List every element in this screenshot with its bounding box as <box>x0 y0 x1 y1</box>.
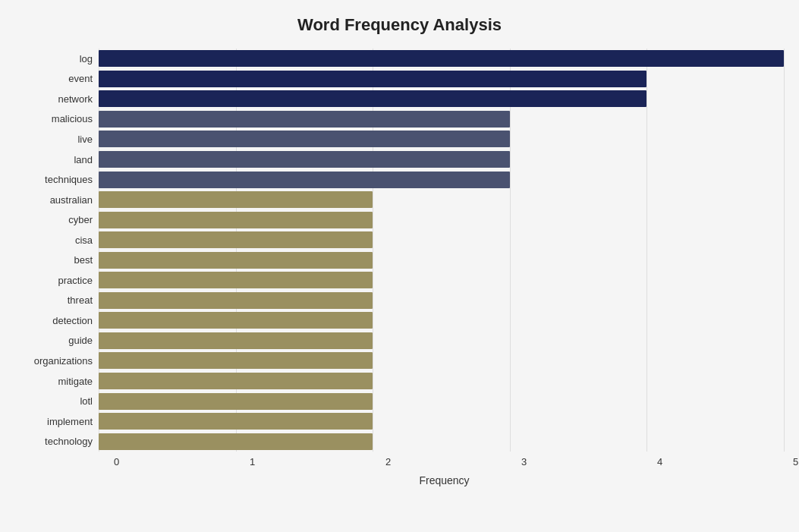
x-tick: 0 <box>114 456 119 467</box>
chart-area: logeventnetworkmaliciouslivelandtechniqu… <box>15 49 784 486</box>
bar-row <box>99 190 784 210</box>
y-label: cyber <box>68 215 93 225</box>
y-label: detection <box>52 316 93 326</box>
bar-row <box>99 129 784 150</box>
bar <box>99 172 510 188</box>
y-label: best <box>74 255 93 265</box>
bar-row <box>99 209 784 230</box>
y-label: implement <box>47 417 93 427</box>
bar <box>99 413 373 430</box>
bar <box>99 212 373 228</box>
bar <box>99 90 646 107</box>
y-label: practice <box>58 275 93 285</box>
bar-row <box>99 351 784 371</box>
bar-row <box>99 89 784 109</box>
y-label: log <box>80 54 93 64</box>
bar-row <box>99 49 784 69</box>
bar-row <box>99 230 784 250</box>
bar-row <box>99 431 784 452</box>
bar-row <box>99 109 784 130</box>
grid-line <box>784 49 785 452</box>
bar <box>99 373 373 389</box>
y-label: lotl <box>80 396 93 406</box>
bar-row <box>99 291 784 311</box>
bar <box>99 272 373 288</box>
y-label: mitigate <box>58 376 93 386</box>
bar <box>99 131 510 147</box>
y-label: threat <box>68 295 93 305</box>
bar <box>99 71 646 87</box>
x-axis: 012345 <box>15 456 784 471</box>
bars-and-grid <box>99 49 784 452</box>
x-tick: 3 <box>521 456 527 467</box>
y-label: cisa <box>75 235 93 245</box>
bar <box>99 50 784 67</box>
x-tick: 5 <box>793 456 798 467</box>
bar-row <box>99 371 784 392</box>
x-axis-label: Frequency <box>15 474 784 486</box>
y-label: guide <box>68 335 93 345</box>
bar <box>99 231 373 248</box>
bar <box>99 252 373 269</box>
bar <box>99 111 510 127</box>
bar <box>99 191 373 208</box>
y-label: organizations <box>34 356 93 366</box>
x-tick: 2 <box>385 456 391 467</box>
chart-container: Word Frequency Analysis logeventnetworkm… <box>0 0 799 532</box>
bar-row <box>99 411 784 432</box>
bars-section: logeventnetworkmaliciouslivelandtechniqu… <box>15 49 784 452</box>
y-label: land <box>74 155 93 165</box>
y-label: techniques <box>45 175 93 184</box>
y-label: australian <box>50 195 93 205</box>
x-tick: 1 <box>250 456 255 467</box>
x-tick: 4 <box>657 456 662 467</box>
bar <box>99 352 373 369</box>
bar-row <box>99 331 784 351</box>
bar-rows <box>99 49 784 452</box>
bar <box>99 312 373 329</box>
y-label: technology <box>45 436 93 446</box>
y-label: event <box>68 74 93 83</box>
bar-row <box>99 310 784 331</box>
bar-row <box>99 69 784 90</box>
bar <box>99 292 373 309</box>
bar <box>99 393 373 410</box>
bar-row <box>99 169 784 190</box>
bar-row <box>99 391 784 411</box>
y-label: network <box>58 94 93 104</box>
y-label: malicious <box>52 114 93 124</box>
bar-row <box>99 250 784 270</box>
bar-row <box>99 150 784 170</box>
chart-title: Word Frequency Analysis <box>15 15 784 35</box>
y-labels: logeventnetworkmaliciouslivelandtechniqu… <box>15 49 99 452</box>
bar-row <box>99 270 784 291</box>
bar <box>99 332 373 349</box>
y-label: live <box>77 134 93 144</box>
bar <box>99 433 373 450</box>
bar <box>99 151 510 168</box>
